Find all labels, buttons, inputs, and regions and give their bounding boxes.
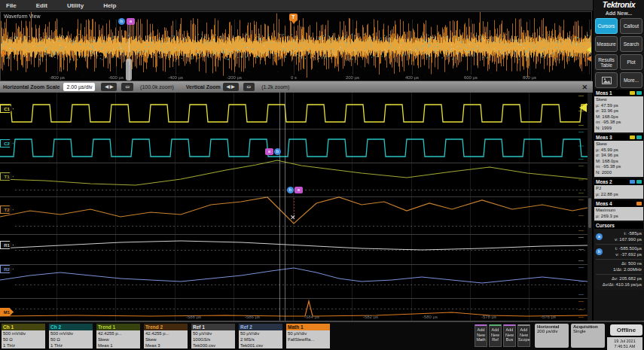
v-zoom-reset-button[interactable]: ▭ (243, 83, 255, 91)
meas-4-title[interactable]: Meas 4 (594, 200, 643, 207)
meas-2-panel: Meas 2PJµ: 22.88 ps (594, 178, 643, 199)
callout-button[interactable]: Callout (620, 18, 642, 34)
close-zoom-icon[interactable]: ✕ (581, 84, 588, 91)
badge-details: 42.4255 p...SkewMeas 1 (96, 330, 140, 348)
badge-line: 2 MS/s (240, 336, 282, 342)
channel-badge-trend-2[interactable]: Trend 242.4255 p...SkewMeas 3 (144, 324, 188, 348)
add-new-scope-button[interactable]: AddNewScope (517, 324, 530, 347)
source-chip (636, 135, 642, 139)
trigger-marker[interactable]: T (289, 14, 298, 21)
cursor-a-badge[interactable]: a (127, 18, 135, 25)
badge-line: Skew (98, 336, 140, 342)
zoom-time-label: -586 µs (245, 315, 260, 319)
results-table-button[interactable]: Results Table (595, 54, 618, 70)
measurement-stat: M: 168.0ps (596, 114, 642, 120)
ch1-level-arrow-icon[interactable] (579, 103, 587, 112)
horizontal-scale-value: 200 µs/div (537, 329, 566, 333)
measurement-stat: m: -95.38 ps (596, 120, 642, 126)
search-button[interactable]: Search (620, 36, 642, 52)
bottom-bar: Ch 1500 mV/div50 Ω1 THzCh 2500 mV/div50 … (0, 321, 644, 350)
right-sidebar: Tektronix Add New... CursorsCalloutMeasu… (593, 0, 644, 321)
cursor-value: v: -37.692 ps (604, 252, 642, 258)
channel-badge-ch-2[interactable]: Ch 2500 mV/div50 Ω1 THz (49, 324, 93, 348)
acquisition-mode-value: Single (573, 329, 603, 333)
channel-badge-ref-1[interactable]: Ref 150 µV/div100GS/sTek000.csv (191, 324, 235, 348)
time-value: 7:46:51 AM (607, 344, 642, 349)
measurement-stat: N: 1999 (596, 126, 642, 132)
cursor-b-badge[interactable]: b (274, 148, 281, 155)
channel-badge-ref-2[interactable]: Ref 250 µV/div2 MS/sTek001.csv (239, 324, 282, 348)
badge-line: FallSlewRa... (288, 336, 330, 342)
overview-time-label: 600 µs (464, 75, 478, 80)
zoom-time-label: -588 µs (186, 315, 201, 319)
badge-line: 50 µV/div (193, 330, 235, 336)
channel-badge-trend-1[interactable]: Trend 142.4255 p...SkewMeas 1 (96, 324, 140, 348)
zoom-position-handle[interactable] (126, 59, 132, 81)
h-zoom-scale-input[interactable]: 2.00 µs/div (63, 83, 95, 91)
cursor-b-badge[interactable]: b (118, 18, 125, 25)
badge-details: 50 µV/divFallSlewRa... (286, 330, 330, 348)
badge-line: Tek000.csv (193, 342, 235, 348)
cursors-button[interactable]: Cursors (595, 18, 618, 34)
datetime-display[interactable]: 19 Jul 2021 7:46:51 AM (607, 337, 642, 350)
v-zoom-step-buttons[interactable]: ◀ ▶ (223, 83, 239, 91)
level-marker-icon (587, 47, 591, 53)
add-new-ref-button[interactable]: AddNewRef (489, 324, 502, 347)
offline-button[interactable]: Offline (610, 324, 642, 336)
badge-line: 50 µV/div (240, 330, 282, 336)
badge-line: 42.4255 p... (98, 330, 140, 336)
badge-line: 1 THz (50, 342, 93, 348)
zoom-toolbar: Horizontal Zoom Scale 2.00 µs/div ◀ ▶ ▭ … (0, 81, 593, 93)
plot-button[interactable]: Plot (620, 54, 642, 70)
measurement-stat: µ: 22.88 ps (596, 192, 642, 198)
add-new-button-grid: CursorsCalloutMeasureSearchResults Table… (594, 18, 644, 88)
h-zoom-step-buttons[interactable]: ◀ ▶ (101, 83, 117, 91)
badge-line: 50 µV/div (288, 330, 330, 336)
cursor-a-badge[interactable]: a (265, 148, 273, 155)
cursors-panel-title[interactable]: Cursors (594, 222, 643, 229)
badge-title: Trend 2 (144, 324, 188, 330)
source-chip (630, 180, 635, 184)
channel-badge-math-1[interactable]: Math 150 µV/divFallSlewRa... (286, 324, 330, 348)
meas-3-title[interactable]: Meas 3 (594, 134, 643, 141)
measurement-stat: µ: 45.99 ps (596, 148, 642, 154)
badge-line: 100GS/s (193, 336, 235, 342)
h-zoom-scale-label: Horizontal Zoom Scale (3, 84, 60, 90)
cursor-a-line[interactable] (279, 93, 280, 321)
screenshot-button[interactable] (595, 72, 618, 88)
badge-line: Skew (145, 336, 188, 342)
overview-title: Waveform View (4, 14, 41, 19)
menu-utility[interactable]: Utility (67, 2, 84, 9)
meas-1-title[interactable]: Meas 1 (594, 90, 643, 96)
horizontal-settings-panel[interactable]: Horizontal 200 µs/div (535, 324, 569, 348)
add-new-label: Add New... (594, 10, 644, 17)
more-button[interactable]: More... (620, 72, 642, 88)
menu-help[interactable]: Help (103, 2, 116, 9)
cursor-b-badge[interactable]: b (287, 187, 294, 193)
tekscope-app: File Edit Utility Help Waveform View b a… (0, 0, 644, 350)
menu-edit[interactable]: Edit (36, 2, 47, 9)
v-zoom-label: Vertical Zoom (186, 84, 221, 90)
badge-title: Ch 1 (2, 324, 45, 330)
measurement-name: Maximum (596, 208, 642, 214)
tektronix-logo: Tektronix (594, 0, 644, 10)
acquisition-settings-panel[interactable]: Acquisition Single (571, 324, 605, 348)
add-new-math-button[interactable]: AddNewMath (475, 324, 487, 347)
cursor-value: Δt: 500 ns (596, 261, 642, 267)
meas-2-title[interactable]: Meas 2 (594, 178, 643, 185)
zoom-vertical-scrollbar[interactable] (588, 93, 592, 321)
overview-time-label: 200 µs (346, 75, 359, 80)
h-zoom-reset-button[interactable]: ▭ (121, 83, 133, 91)
cursor-value: Δv/Δt: 410.16 ps/µs (596, 282, 642, 288)
results-panels: Meas 1Skewµ: 47.59 psσ: 33.96 psM: 168.0… (594, 90, 644, 290)
meas-1-panel: Meas 1Skewµ: 47.59 psσ: 33.96 psM: 168.0… (594, 90, 643, 132)
zoom-waveform-canvas[interactable] (0, 93, 591, 321)
add-new-bus-button[interactable]: AddNewBus (503, 324, 516, 347)
cursor-value: Δv: 205.682 ps (596, 276, 642, 282)
menu-file[interactable]: File (6, 2, 17, 9)
cursor-a-badge[interactable]: a (295, 187, 303, 193)
cursor-b-line[interactable] (285, 93, 285, 321)
overview-waveform-canvas[interactable] (1, 12, 591, 81)
channel-badge-ch-1[interactable]: Ch 1500 mV/div50 Ω1 THz (2, 324, 45, 348)
measure-button[interactable]: Measure (595, 36, 618, 52)
